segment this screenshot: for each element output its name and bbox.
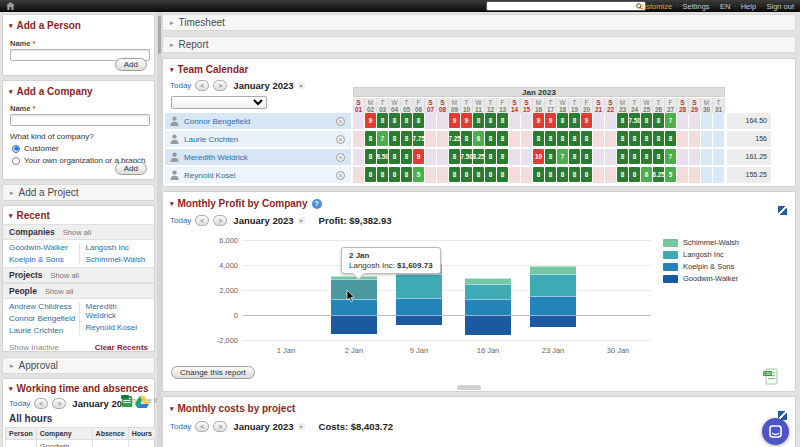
- calendar-cell[interactable]: 8: [629, 167, 641, 183]
- bar-segment-langosh-inc[interactable]: [396, 274, 442, 298]
- bar-segment-langosh-inc[interactable]: [465, 284, 511, 298]
- calendar-cell[interactable]: 8.50: [377, 149, 389, 165]
- calendar-cell[interactable]: 8: [617, 113, 629, 129]
- calendar-cell[interactable]: 7.75: [413, 131, 425, 147]
- change-report-button[interactable]: Change this report: [171, 366, 255, 379]
- calendar-cell[interactable]: [425, 167, 436, 183]
- calendar-cell[interactable]: [521, 149, 532, 165]
- remove-person-icon[interactable]: ×: [336, 117, 345, 126]
- calendar-cell[interactable]: 8: [581, 149, 593, 165]
- calendar-cell[interactable]: 5: [665, 167, 677, 183]
- calendar-cell[interactable]: 8: [497, 167, 509, 183]
- calendar-cell[interactable]: 8: [365, 131, 377, 147]
- prev-month-button[interactable]: <: [34, 398, 48, 409]
- person-row[interactable]: Laurie Crichten×: [165, 131, 351, 147]
- top-menu-item-help[interactable]: Help: [741, 2, 756, 11]
- calendar-cell[interactable]: [677, 149, 688, 165]
- calendar-cell[interactable]: [425, 149, 436, 165]
- remove-person-icon[interactable]: ×: [336, 153, 345, 162]
- add-company-header[interactable]: ▾Add a Company: [3, 81, 154, 97]
- calendar-cell[interactable]: 8: [545, 167, 557, 183]
- person-name-link[interactable]: Meredith Weldrick: [184, 153, 331, 162]
- calendar-cell[interactable]: 7: [377, 131, 389, 147]
- show-inactive-link[interactable]: Show Inactive: [9, 343, 59, 352]
- calendar-cell[interactable]: [437, 113, 448, 129]
- calendar-cell[interactable]: 8: [641, 113, 653, 129]
- company-kind-customer[interactable]: Customer: [12, 144, 154, 153]
- bar-segment-goodwin-walker[interactable]: [396, 315, 442, 325]
- calendar-cell[interactable]: [677, 113, 688, 129]
- recent-company-link[interactable]: Koelpin & Sons: [9, 255, 79, 264]
- calendar-cell[interactable]: 8: [665, 131, 677, 147]
- remove-person-icon[interactable]: ×: [336, 171, 345, 180]
- calendar-cell[interactable]: [713, 167, 724, 183]
- add-person-header[interactable]: ▾Add a Person: [3, 15, 154, 31]
- add-project-header[interactable]: ▸Add a Project: [2, 184, 155, 201]
- expand-panel-icon[interactable]: [778, 206, 787, 215]
- calendar-cell[interactable]: [713, 149, 724, 165]
- calendar-cell[interactable]: 10: [533, 149, 545, 165]
- calendar-cell[interactable]: [605, 167, 616, 183]
- calendar-cell[interactable]: [593, 113, 604, 129]
- bar-segment-schimmel-walsh[interactable]: [530, 266, 576, 274]
- calendar-cell[interactable]: [701, 167, 712, 183]
- calendar-cell[interactable]: 8: [569, 149, 581, 165]
- legend-item[interactable]: Koelpin & Sons: [663, 262, 739, 271]
- calendar-cell[interactable]: 8: [449, 167, 461, 183]
- recent-company-link[interactable]: Langosh Inc: [86, 243, 149, 252]
- calendar-cell[interactable]: 9: [449, 113, 461, 129]
- calendar-cell[interactable]: [521, 167, 532, 183]
- recent-company-link[interactable]: Schimmel-Walsh: [86, 255, 149, 264]
- calendar-cell[interactable]: 6: [641, 167, 653, 183]
- calendar-cell[interactable]: 8: [377, 167, 389, 183]
- calendar-cell[interactable]: [677, 131, 688, 147]
- calendar-cell[interactable]: 8: [617, 131, 629, 147]
- calendar-cell[interactable]: 7: [665, 113, 677, 129]
- clear-recents-link[interactable]: Clear Recents: [95, 343, 148, 352]
- calendar-cell[interactable]: 8: [557, 167, 569, 183]
- horizontal-scrollbar-thumb[interactable]: [457, 385, 481, 390]
- calendar-cell[interactable]: 8: [461, 131, 473, 147]
- calendar-cell[interactable]: [605, 131, 616, 147]
- calendar-cell[interactable]: 7.25: [449, 131, 461, 147]
- month-dropdown-caret[interactable]: ▾: [298, 217, 305, 224]
- calendar-cell[interactable]: [437, 149, 448, 165]
- home-icon[interactable]: [6, 2, 15, 10]
- person-name-link[interactable]: Connor Bengefield: [184, 117, 331, 126]
- calendar-cell[interactable]: 8: [641, 131, 653, 147]
- costs-header[interactable]: ▾Monthly costs by project: [163, 397, 795, 414]
- search-input[interactable]: [487, 2, 636, 10]
- calendar-cell[interactable]: [713, 113, 724, 129]
- calendar-cell[interactable]: [593, 149, 604, 165]
- add-company-button[interactable]: Add: [115, 162, 147, 175]
- calendar-cell[interactable]: 6: [473, 131, 485, 147]
- calendar-cell[interactable]: [689, 167, 700, 183]
- working-time-header[interactable]: ▾Working time and absences: [3, 379, 154, 394]
- calendar-cell[interactable]: [437, 131, 448, 147]
- recent-person-link[interactable]: Reynold Kosel: [86, 323, 149, 332]
- calendar-cell[interactable]: 8: [557, 113, 569, 129]
- top-menu-item-customize[interactable]: Customize: [637, 2, 672, 11]
- next-month-button[interactable]: >: [213, 80, 227, 91]
- report-header[interactable]: ▸Report: [162, 36, 796, 53]
- month-dropdown-caret[interactable]: ▾: [298, 423, 305, 430]
- calendar-cell[interactable]: 8: [413, 113, 425, 129]
- recent-person-link[interactable]: Meredith Weldrick: [86, 302, 149, 320]
- bar-segment-koelpin-sons[interactable]: [396, 298, 442, 316]
- recent-person-link[interactable]: Connor Bengefield: [9, 314, 79, 323]
- calendar-cell[interactable]: 8: [485, 113, 497, 129]
- calendar-cell[interactable]: [701, 131, 712, 147]
- calendar-cell[interactable]: [353, 149, 364, 165]
- bar-segment-goodwin-walker[interactable]: [465, 315, 511, 335]
- add-person-button[interactable]: Add: [115, 58, 147, 71]
- person-name-link[interactable]: Laurie Crichten: [184, 135, 331, 144]
- today-link[interactable]: Today: [9, 399, 30, 408]
- calendar-cell[interactable]: 8: [569, 131, 581, 147]
- bar-segment-koelpin-sons[interactable]: [465, 299, 511, 315]
- today-link[interactable]: Today: [170, 216, 191, 225]
- chat-widget-button[interactable]: [762, 418, 789, 445]
- csv-export-icon[interactable]: CSV: [763, 368, 778, 385]
- calendar-cell[interactable]: 8: [497, 113, 509, 129]
- person-name-link[interactable]: Reynold Kosel: [184, 171, 331, 180]
- help-icon[interactable]: ?: [312, 199, 322, 209]
